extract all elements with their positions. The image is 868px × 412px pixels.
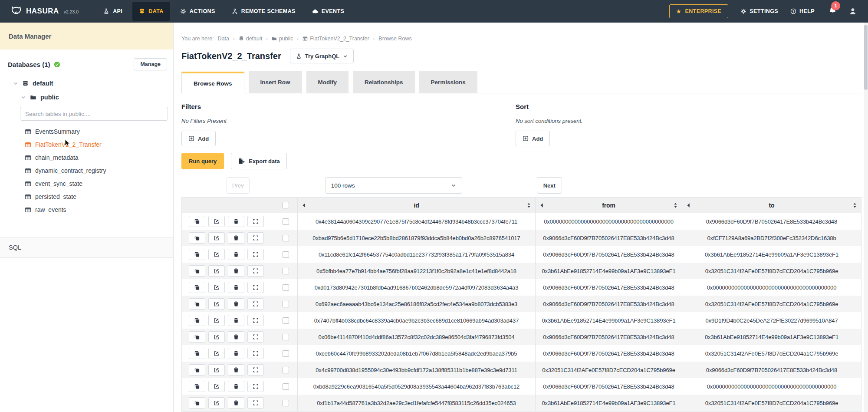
nav-item-actions[interactable]: ACTIONS <box>174 2 222 21</box>
delete-row-button[interactable] <box>228 331 244 343</box>
clone-row-button[interactable] <box>189 315 205 326</box>
chevron-down-icon[interactable] <box>21 95 26 100</box>
try-graphql-button[interactable]: Try GraphQL <box>290 49 354 63</box>
clone-row-button[interactable] <box>189 397 205 409</box>
edit-row-button[interactable] <box>208 265 225 277</box>
row-checkbox[interactable] <box>283 317 289 324</box>
sidebar-table-item-FiatTokenV2_2_Transfer[interactable]: FiatTokenV2_2_Transfer <box>0 138 173 151</box>
edit-row-button[interactable] <box>208 298 225 310</box>
expand-row-button[interactable] <box>247 397 264 409</box>
settings-button[interactable]: SETTINGS <box>740 8 778 14</box>
chevron-down-icon[interactable] <box>13 81 18 86</box>
delete-row-button[interactable] <box>228 397 244 409</box>
collapse-column-icon[interactable] <box>687 203 690 208</box>
user-icon[interactable] <box>849 7 857 15</box>
clone-row-button[interactable] <box>189 232 205 244</box>
edit-row-button[interactable] <box>208 397 225 409</box>
nav-item-data[interactable]: DATA <box>132 2 170 21</box>
row-checkbox[interactable] <box>283 235 289 241</box>
export-data-button[interactable]: Export data <box>231 153 287 169</box>
sidebar-table-item-chain_metadata[interactable]: chain_metadata <box>0 151 173 164</box>
select-all-checkbox[interactable] <box>283 202 289 208</box>
rows-per-page-select[interactable]: 100 rows <box>325 177 462 194</box>
breadcrumb-item[interactable]: default <box>239 36 263 42</box>
expand-row-button[interactable] <box>247 315 264 326</box>
prev-page-button[interactable]: Prev <box>227 177 250 194</box>
nav-item-api[interactable]: API <box>97 2 129 21</box>
sidebar-table-item-raw_events[interactable]: raw_events <box>0 203 173 216</box>
row-checkbox[interactable] <box>283 334 289 340</box>
sort-icon[interactable] <box>674 202 677 208</box>
next-page-button[interactable]: Next <box>537 177 562 194</box>
edit-row-button[interactable] <box>208 331 225 343</box>
edit-row-button[interactable] <box>208 315 225 326</box>
delete-row-button[interactable] <box>228 381 244 392</box>
expand-row-button[interactable] <box>247 216 264 227</box>
clone-row-button[interactable] <box>189 381 205 392</box>
row-checkbox[interactable] <box>283 251 289 258</box>
breadcrumb-item[interactable]: public <box>272 36 293 42</box>
edit-row-button[interactable] <box>208 381 225 392</box>
edit-row-button[interactable] <box>208 282 225 293</box>
sort-icon[interactable] <box>853 202 857 208</box>
delete-row-button[interactable] <box>228 232 244 244</box>
tree-item-default-db[interactable]: default <box>0 76 173 90</box>
clone-row-button[interactable] <box>189 298 205 310</box>
clone-row-button[interactable] <box>189 282 205 293</box>
expand-row-button[interactable] <box>247 331 264 343</box>
clone-row-button[interactable] <box>189 249 205 260</box>
page-scrollbar-thumb[interactable] <box>864 25 868 90</box>
edit-row-button[interactable] <box>208 216 225 227</box>
breadcrumb-item[interactable]: Browse Rows <box>378 36 411 42</box>
run-query-button[interactable]: Run query <box>181 153 224 169</box>
add-sort-button[interactable]: Add <box>516 131 550 146</box>
edit-row-button[interactable] <box>208 232 225 244</box>
hasura-logo[interactable]: HASURA v2.23.0 <box>10 6 79 17</box>
notifications-button[interactable]: 1 <box>829 7 837 16</box>
sidebar-item-sql[interactable]: SQL <box>0 237 173 258</box>
breadcrumb-item[interactable]: Data <box>218 36 229 42</box>
delete-row-button[interactable] <box>228 348 244 359</box>
add-filter-button[interactable]: Add <box>181 131 216 146</box>
expand-row-button[interactable] <box>247 249 264 260</box>
collapse-column-icon[interactable] <box>302 203 306 208</box>
row-checkbox[interactable] <box>283 383 289 390</box>
clone-row-button[interactable] <box>189 265 205 277</box>
delete-row-button[interactable] <box>228 282 244 293</box>
search-input[interactable] <box>20 107 168 121</box>
manage-button[interactable]: Manage <box>134 58 167 70</box>
tree-item-public-schema[interactable]: public <box>0 90 173 104</box>
sort-icon[interactable] <box>527 202 531 208</box>
row-checkbox[interactable] <box>283 400 289 406</box>
delete-row-button[interactable] <box>228 315 244 326</box>
collapse-column-icon[interactable] <box>540 203 543 208</box>
row-checkbox[interactable] <box>283 350 289 357</box>
sidebar-table-item-EventsSummary[interactable]: EventsSummary <box>0 125 173 138</box>
delete-row-button[interactable] <box>228 265 244 277</box>
clone-row-button[interactable] <box>189 364 205 376</box>
sidebar-table-item-event_sync_state[interactable]: event_sync_state <box>0 177 173 190</box>
tab-permissions[interactable]: Permissions <box>419 71 477 93</box>
expand-row-button[interactable] <box>247 282 264 293</box>
expand-row-button[interactable] <box>247 381 264 392</box>
tab-modify[interactable]: Modify <box>306 71 349 93</box>
delete-row-button[interactable] <box>228 364 244 376</box>
edit-row-button[interactable] <box>208 364 225 376</box>
expand-row-button[interactable] <box>247 232 264 244</box>
expand-row-button[interactable] <box>247 298 264 310</box>
tab-browse-rows[interactable]: Browse Rows <box>181 72 244 93</box>
clone-row-button[interactable] <box>189 331 205 343</box>
expand-row-button[interactable] <box>247 348 264 359</box>
row-checkbox[interactable] <box>283 367 289 373</box>
sidebar-table-item-persisted_state[interactable]: persisted_state <box>0 190 173 203</box>
nav-item-remote-schemas[interactable]: REMOTE SCHEMAS <box>225 2 302 21</box>
edit-row-button[interactable] <box>208 249 225 260</box>
delete-row-button[interactable] <box>228 216 244 227</box>
enterprise-button[interactable]: ★ ENTERPRISE <box>669 4 729 18</box>
delete-row-button[interactable] <box>228 249 244 260</box>
breadcrumb-item[interactable]: FiatTokenV2_2_Transfer <box>302 36 369 42</box>
clone-row-button[interactable] <box>189 348 205 359</box>
tab-insert-row[interactable]: Insert Row <box>249 71 302 93</box>
nav-item-events[interactable]: EVENTS <box>306 2 351 21</box>
tab-relationships[interactable]: Relationships <box>353 71 415 93</box>
